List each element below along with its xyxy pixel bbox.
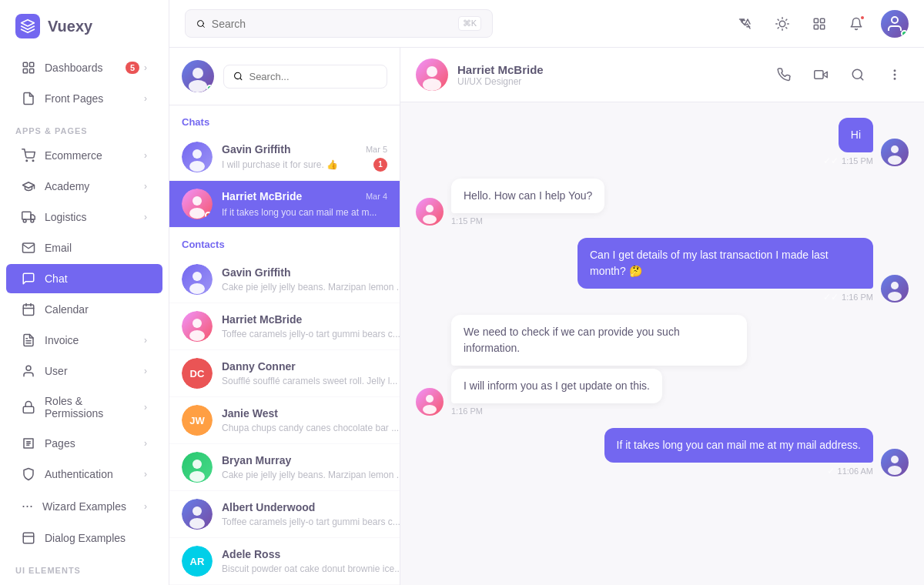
sidebar-item-invoice[interactable]: Invoice › [6, 326, 162, 355]
contact-gavin-info: Gavin Griffith Cake pie jelly jelly bean… [222, 266, 387, 293]
user-avatar[interactable] [881, 10, 909, 38]
sidebar-item-front-pages[interactable]: Front Pages › [6, 84, 162, 113]
more-options-button[interactable] [881, 61, 909, 89]
gavin-name: Gavin Griffith [222, 143, 290, 155]
svg-point-65 [894, 74, 896, 75]
sidebar-item-calendar[interactable]: Calendar [6, 295, 162, 324]
msg-bubble-5: If it takes long you can mail me at my m… [604, 428, 873, 463]
msg-avatar-received-2 [416, 198, 444, 226]
sidebar-item-chat[interactable]: Chat [6, 264, 162, 293]
contact-janie-avatar: JW [182, 405, 213, 436]
chat-icon [22, 272, 35, 286]
ecommerce-chevron: › [144, 150, 147, 161]
svg-point-51 [189, 330, 205, 341]
sidebar-item-academy[interactable]: Academy › [6, 172, 162, 201]
message-1: Hi ✓✓ 1:15 PM [416, 118, 909, 166]
msg-bubble-2: Hello. How can I help You? [451, 179, 604, 213]
search-kbd: ⌘K [458, 16, 481, 31]
translate-icon[interactable] [733, 12, 758, 36]
contact-albert-name: Albert Underwood [222, 501, 315, 513]
msg-time-5: ✓ 11:06 AM [827, 466, 873, 476]
notification-icon[interactable] [844, 12, 869, 36]
svg-point-68 [888, 155, 902, 165]
search-bar[interactable]: ⌘K [185, 9, 493, 38]
contact-harriet-avatar [182, 311, 213, 342]
contact-albert-avatar [182, 499, 213, 530]
sidebar-item-user[interactable]: User › [6, 356, 162, 386]
msg-time-1: ✓✓ 1:15 PM [823, 155, 873, 166]
chat-item-harriet[interactable]: Harriet McBride Mar 4 If it takes long y… [169, 181, 400, 228]
chat-search-input[interactable] [249, 71, 377, 82]
dashboards-badge: 5 [126, 62, 139, 74]
svg-point-40 [192, 68, 203, 79]
svg-point-59 [423, 79, 441, 91]
contact-item-adele[interactable]: AR Adele Ross Biscuit powder oat cake do… [169, 538, 400, 585]
sidebar-item-pages[interactable]: Pages › [6, 429, 162, 458]
sidebar-item-dialog[interactable]: Dialog Examples [6, 523, 162, 553]
msg-avatar-sent-1 [881, 139, 909, 166]
contact-danny-info: Danny Conner Soufflé soufflé caramels sw… [222, 359, 387, 387]
current-user-avatar [182, 60, 214, 92]
sidebar-calendar-label: Calendar [45, 303, 89, 316]
grid-icon[interactable] [807, 12, 832, 36]
sidebar-roles-label: Roles & Permissions [45, 395, 144, 420]
sidebar-item-roles-permissions[interactable]: Roles & Permissions › [6, 387, 162, 427]
sidebar-item-wizard[interactable]: ··· Wizard Examples › [6, 490, 162, 522]
contact-item-janie[interactable]: JW Janie West Chupa chups candy canes ch… [169, 397, 400, 444]
contact-bryan-name: Bryan Murray [222, 454, 291, 466]
contact-item-bryan[interactable]: Bryan Murray Cake pie jelly jelly beans.… [169, 444, 400, 491]
messages-area: Hi ✓✓ 1:15 PM Hello. How can I help You? [400, 102, 924, 585]
brightness-icon[interactable] [770, 12, 795, 36]
svg-point-15 [26, 366, 31, 370]
user-online-dot [901, 30, 908, 37]
search-input[interactable] [212, 18, 452, 30]
svg-point-76 [888, 466, 902, 475]
contact-janie-preview: Chupa chups candy canes chocolate bar ..… [222, 423, 399, 433]
sidebar-item-dashboards[interactable]: Dashboards 5 › [6, 53, 162, 82]
svg-marker-60 [823, 72, 827, 78]
pages-chevron: › [144, 438, 147, 449]
msg-bubble-4a: We need to check if we can provide you s… [451, 315, 747, 366]
chat-item-gavin[interactable]: Gavin Griffith Mar 5 I will purchase it … [169, 134, 400, 181]
sidebar-user-label: User [45, 365, 68, 377]
sidebar-ecommerce-label: Ecommerce [45, 149, 102, 162]
search-message-button[interactable] [844, 61, 872, 89]
sidebar-item-ecommerce[interactable]: Ecommerce › [6, 141, 162, 170]
chat-area: Chats Gavin Griffith Mar 5 [169, 48, 924, 585]
chats-section-title: Chats [169, 105, 400, 134]
sidebar-item-email[interactable]: Email [6, 233, 162, 262]
main-content: ⌘K [169, 0, 924, 585]
academy-chevron: › [144, 181, 147, 192]
msg-avatar-sent-3 [881, 275, 909, 303]
msg-check-5: ✓ [827, 466, 835, 476]
user-chevron: › [144, 366, 147, 376]
contact-item-gavin[interactable]: Gavin Griffith Cake pie jelly jelly bean… [169, 256, 400, 303]
contact-item-danny[interactable]: DC Danny Conner Soufflé soufflé caramels… [169, 350, 400, 397]
contact-item-harriet[interactable]: Harriet McBride Toffee caramels jelly-o … [169, 303, 400, 350]
sidebar-authentication-label: Authentication [45, 468, 113, 480]
contact-item-albert[interactable]: Albert Underwood Toffee caramels jelly-o… [169, 491, 400, 538]
authentication-chevron: › [144, 469, 147, 480]
svg-point-52 [192, 460, 202, 469]
ui-section-label: UI ELEMENTS [0, 553, 169, 580]
chat-list: Chats Gavin Griffith Mar 5 [169, 105, 400, 585]
svg-point-53 [189, 471, 205, 482]
harriet-status-dot [205, 212, 212, 219]
sidebar-item-logistics[interactable]: Logistics › [6, 202, 162, 232]
sidebar-item-typography[interactable]: Typography [6, 580, 162, 585]
authentication-icon [22, 467, 35, 481]
chat-search-icon [233, 71, 243, 82]
chat-sidebar-header [169, 48, 400, 105]
contact-bryan-preview: Cake pie jelly jelly beans. Marzipan lem… [222, 470, 400, 480]
dashboards-chevron: › [144, 62, 147, 73]
contact-adele-name: Adele Ross [222, 548, 280, 560]
contact-albert-preview: Toffee caramels jelly-o tart gummi bears… [222, 516, 400, 527]
svg-point-44 [192, 149, 202, 159]
msg-bubble-1: Hi [839, 118, 873, 152]
svg-rect-36 [821, 18, 825, 22]
phone-button[interactable] [770, 61, 798, 89]
sidebar-item-authentication[interactable]: Authentication › [6, 460, 162, 489]
chat-search[interactable] [223, 65, 387, 89]
contact-adele-avatar: AR [182, 546, 213, 577]
video-button[interactable] [807, 61, 835, 89]
